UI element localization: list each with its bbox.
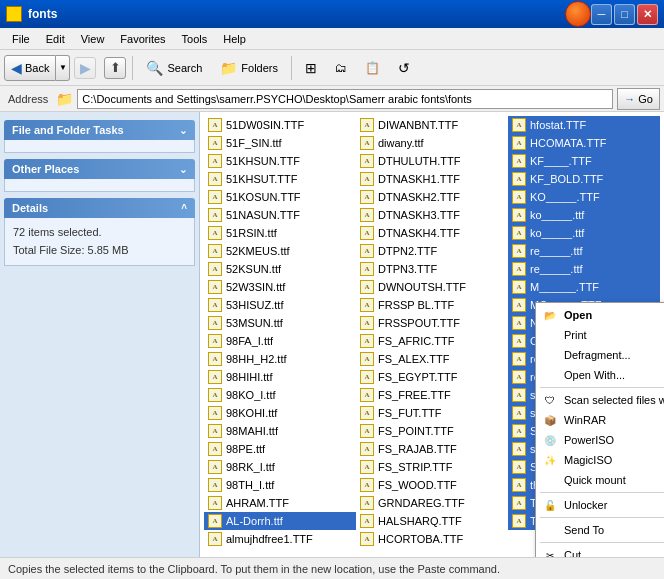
list-item[interactable]: AHCORTOBA.TTF <box>356 530 508 548</box>
address-input[interactable] <box>77 89 613 109</box>
list-item[interactable]: Aalmujhdfree1.TTF <box>204 530 356 548</box>
context-menu-item-open-with[interactable]: Open With... <box>536 365 664 385</box>
list-item[interactable]: A98KO_I.ttf <box>204 386 356 404</box>
list-item[interactable]: A98HH_H2.ttf <box>204 350 356 368</box>
list-item[interactable]: Are_____.ttf <box>508 242 660 260</box>
back-dropdown-button[interactable]: ▼ <box>56 55 70 81</box>
other-places-header[interactable]: Other Places ⌄ <box>4 159 195 179</box>
list-item[interactable]: AFRSSPOUT.TTF <box>356 314 508 332</box>
list-item[interactable]: ADTHULUTH.TTF <box>356 152 508 170</box>
list-item[interactable]: AAL-Dorrh.ttf <box>204 512 356 530</box>
context-menu-item-magiciso[interactable]: ✨MagicISO▶ <box>536 450 664 470</box>
list-item[interactable]: AM______.TTF <box>508 278 660 296</box>
list-item[interactable]: Ahfostat.TTF <box>508 116 660 134</box>
list-item[interactable]: Ako_____.ttf <box>508 206 660 224</box>
list-item[interactable]: AFS_AFRIC.TTF <box>356 332 508 350</box>
list-item[interactable]: AFS_RAJAB.TTF <box>356 440 508 458</box>
list-item[interactable]: A98PE.ttf <box>204 440 356 458</box>
list-item[interactable]: AHALSHARQ.TTF <box>356 512 508 530</box>
context-menu-item-send-to[interactable]: Send To▶ <box>536 520 664 540</box>
font-file-icon: A <box>512 388 526 402</box>
forward-button[interactable]: ▶ <box>74 57 96 79</box>
list-item[interactable]: AFRSSP BL.TTF <box>356 296 508 314</box>
list-item[interactable]: ADTNASKH2.TTF <box>356 188 508 206</box>
font-file-icon: A <box>208 496 222 510</box>
list-item[interactable]: A51KHSUT.TTF <box>204 170 356 188</box>
minimize-button[interactable]: ─ <box>591 4 612 25</box>
list-item[interactable]: ADTNASKH1.TTF <box>356 170 508 188</box>
list-item[interactable]: A98KOHI.ttf <box>204 404 356 422</box>
list-item[interactable]: AFS_FUT.TTF <box>356 404 508 422</box>
font-file-icon: A <box>208 172 222 186</box>
list-item[interactable]: A53HISUZ.ttf <box>204 296 356 314</box>
list-item[interactable]: Ako_____.ttf <box>508 224 660 242</box>
list-item[interactable]: Are_____.ttf <box>508 260 660 278</box>
list-item[interactable]: AFS_POINT.TTF <box>356 422 508 440</box>
magiciso-icon: ✨ <box>542 452 558 468</box>
list-item[interactable]: ADTPN3.TTF <box>356 260 508 278</box>
list-item[interactable]: AFS_WOOD.TTF <box>356 476 508 494</box>
list-item[interactable]: AKO_____.TTF <box>508 188 660 206</box>
search-button[interactable]: 🔍 Search <box>139 56 209 80</box>
menu-file[interactable]: File <box>4 31 38 47</box>
list-item[interactable]: ADIWANBNT.TTF <box>356 116 508 134</box>
file-folder-tasks-header[interactable]: File and Folder Tasks ⌄ <box>4 120 195 140</box>
context-menu-item-print[interactable]: Print <box>536 325 664 345</box>
menu-view[interactable]: View <box>73 31 113 47</box>
list-item[interactable]: AFS_STRIP.TTF <box>356 458 508 476</box>
list-item[interactable]: A53MSUN.ttf <box>204 314 356 332</box>
view-icon-button[interactable]: ⊞ <box>298 56 324 80</box>
list-item[interactable]: A51KHSUN.TTF <box>204 152 356 170</box>
font-file-icon: A <box>360 532 374 546</box>
list-item[interactable]: A51F_SIN.ttf <box>204 134 356 152</box>
list-item[interactable]: ADTNASKH4.TTF <box>356 224 508 242</box>
list-item[interactable]: ADWNOUTSH.TTF <box>356 278 508 296</box>
list-item[interactable]: ADTNASKH3.TTF <box>356 206 508 224</box>
context-menu-item-scan[interactable]: 🛡Scan selected files with AntiVir <box>536 390 664 410</box>
context-menu-item-defragment[interactable]: Defragment... <box>536 345 664 365</box>
context-menu-item-unlocker[interactable]: 🔓Unlocker <box>536 495 664 515</box>
context-menu-item-quick-mount[interactable]: Quick mount <box>536 470 664 490</box>
list-item[interactable]: AFS_FREE.TTF <box>356 386 508 404</box>
refresh-button[interactable]: ↺ <box>391 56 417 80</box>
context-menu-item-cut[interactable]: ✂Cut <box>536 545 664 557</box>
list-item[interactable]: A51NASUN.TTF <box>204 206 356 224</box>
list-item[interactable]: ADTPN2.TTF <box>356 242 508 260</box>
list-item[interactable]: AHCOMATA.TTF <box>508 134 660 152</box>
up-button[interactable]: ⬆ <box>104 57 126 79</box>
list-item[interactable]: AFS_ALEX.TTF <box>356 350 508 368</box>
list-item[interactable]: A98FA_I.ttf <box>204 332 356 350</box>
list-item[interactable]: A51RSIN.ttf <box>204 224 356 242</box>
file-name: 51KHSUT.TTF <box>226 173 298 185</box>
view-button-2[interactable]: 🗂 <box>328 57 354 79</box>
list-item[interactable]: A98MAHI.ttf <box>204 422 356 440</box>
list-item[interactable]: A98HIHI.ttf <box>204 368 356 386</box>
folders-button[interactable]: 📁 Folders <box>213 56 285 80</box>
menu-edit[interactable]: Edit <box>38 31 73 47</box>
details-header[interactable]: Details ^ <box>4 198 195 218</box>
go-button[interactable]: → Go <box>617 88 660 110</box>
list-item[interactable]: Adiwany.ttf <box>356 134 508 152</box>
list-item[interactable]: A52KSUN.ttf <box>204 260 356 278</box>
list-item[interactable]: AFS_EGYPT.TTF <box>356 368 508 386</box>
menu-tools[interactable]: Tools <box>174 31 216 47</box>
context-menu-item-poweriso[interactable]: 💿PowerISO▶ <box>536 430 664 450</box>
list-item[interactable]: A51KOSUN.TTF <box>204 188 356 206</box>
context-menu-item-open[interactable]: 📂Open <box>536 305 664 325</box>
list-item[interactable]: A98TH_I.ttf <box>204 476 356 494</box>
list-item[interactable]: AKF_BOLD.TTF <box>508 170 660 188</box>
close-button[interactable]: ✕ <box>637 4 658 25</box>
list-item[interactable]: AKF____.TTF <box>508 152 660 170</box>
list-item[interactable]: AGRNDAREG.TTF <box>356 494 508 512</box>
context-menu-item-winrar[interactable]: 📦WinRAR▶ <box>536 410 664 430</box>
menu-favorites[interactable]: Favorites <box>112 31 173 47</box>
list-item[interactable]: A52W3SIN.ttf <box>204 278 356 296</box>
maximize-button[interactable]: □ <box>614 4 635 25</box>
list-item[interactable]: A98RK_I.ttf <box>204 458 356 476</box>
list-item[interactable]: A52KMEUS.ttf <box>204 242 356 260</box>
back-button[interactable]: ◀ Back <box>4 55 56 81</box>
list-item[interactable]: AAHRAM.TTF <box>204 494 356 512</box>
list-item[interactable]: A51DW0SIN.TTF <box>204 116 356 134</box>
menu-help[interactable]: Help <box>215 31 254 47</box>
view-button-3[interactable]: 📋 <box>358 57 387 79</box>
